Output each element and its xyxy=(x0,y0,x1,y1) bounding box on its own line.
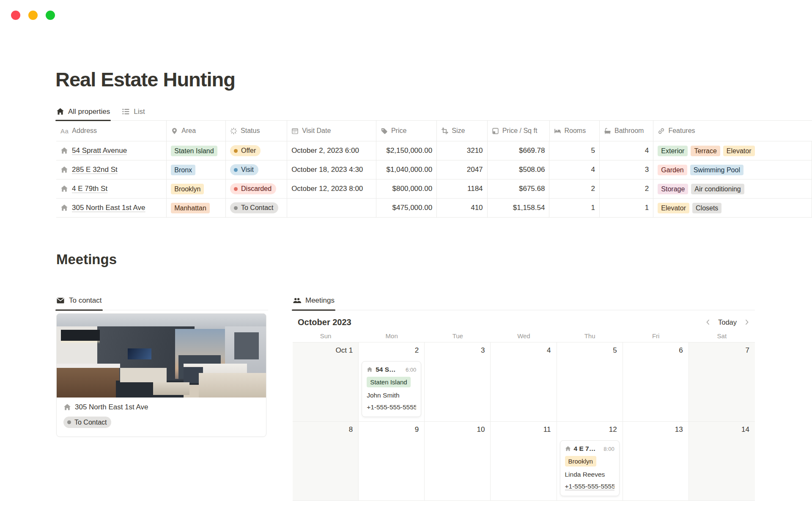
event-title: 54 S… xyxy=(376,366,395,373)
calendar-cell[interactable]: 7 xyxy=(689,342,755,421)
price-cell[interactable]: $2,150,000.00 xyxy=(376,141,437,160)
tab-all-properties[interactable]: All properties xyxy=(56,103,110,120)
calendar-cell[interactable]: 5 xyxy=(557,342,623,421)
meetings-tabbar: Meetings xyxy=(293,291,755,310)
table-row[interactable]: 4 E 79th St Brooklyn Discarded October 1… xyxy=(56,179,812,198)
visit-date-cell[interactable]: October 2, 2023 6:00 xyxy=(287,141,376,160)
rooms-cell[interactable]: 5 xyxy=(549,141,600,160)
calendar-nav: Today xyxy=(705,318,750,326)
calendar-cell[interactable]: 8 xyxy=(293,422,359,500)
column-header-visit-date[interactable]: Visit Date xyxy=(287,121,376,141)
calendar-event-card[interactable]: 4 E 7… 8:00 Brooklyn Linda Reeves +1-555… xyxy=(560,440,620,496)
traffic-light-zoom-button[interactable] xyxy=(46,11,55,20)
size-cell[interactable]: 410 xyxy=(437,199,487,217)
price-sqft-cell[interactable]: $508.06 xyxy=(488,160,550,179)
features-cell[interactable]: Elevator Closets xyxy=(653,199,812,217)
column-header-status[interactable]: Status xyxy=(226,121,287,141)
table-row[interactable]: 285 E 32nd St Bronx Visit October 18, 20… xyxy=(56,160,812,179)
price-cell[interactable]: $475,000.00 xyxy=(376,199,437,217)
calendar-cell[interactable]: 13 xyxy=(623,422,689,500)
bathtub-icon xyxy=(604,127,611,135)
column-header-features[interactable]: Features xyxy=(653,121,812,141)
status-cell[interactable]: Visit xyxy=(226,160,287,179)
column-header-area[interactable]: Area xyxy=(167,121,226,141)
status-cell[interactable]: To Contact xyxy=(226,199,287,217)
column-header-rooms[interactable]: Rooms xyxy=(550,121,600,141)
visit-date-cell[interactable]: October 18, 2023 4:30 xyxy=(287,160,376,179)
column-header-price-sqft[interactable]: Price / Sq ft xyxy=(488,121,550,141)
calendar-event-card[interactable]: 54 S… 6:00 Staten Island John Smith +1-5… xyxy=(362,361,421,417)
column-header-address[interactable]: AaAddress xyxy=(56,121,167,141)
address-link[interactable]: 54 Spratt Avenue xyxy=(72,146,127,155)
bathroom-cell[interactable]: 4 xyxy=(600,141,653,160)
contact-property-card[interactable]: 305 North East 1st Ave To Contact xyxy=(56,313,266,437)
window-controls xyxy=(11,11,55,20)
calendar-cell[interactable]: 4 xyxy=(491,342,557,421)
address-link[interactable]: 285 E 32nd St xyxy=(72,166,118,174)
price-cell[interactable]: $1,040,000.00 xyxy=(376,160,437,179)
calendar-cell[interactable]: 3 xyxy=(425,342,491,421)
features-cell[interactable]: Exterior Terrace Elevator xyxy=(653,141,812,160)
table-header-row: AaAddress Area Status Visit Date Price S… xyxy=(56,120,812,141)
column-header-bathroom[interactable]: Bathroom xyxy=(600,121,653,141)
calendar-cell[interactable]: 10 xyxy=(425,422,491,500)
column-header-size[interactable]: Size xyxy=(437,121,487,141)
address-cell[interactable]: 285 E 32nd St xyxy=(56,160,167,179)
event-phone[interactable]: +1-555-555-5555 xyxy=(565,483,614,490)
rooms-cell[interactable]: 4 xyxy=(549,160,600,179)
tab-to-contact[interactable]: To contact xyxy=(56,291,102,310)
price-sqft-cell[interactable]: $1,158.54 xyxy=(488,199,550,217)
visit-date-cell[interactable] xyxy=(287,199,376,217)
area-cell[interactable]: Manhattan xyxy=(167,199,226,217)
column-header-price[interactable]: Price xyxy=(376,121,437,141)
size-crop-icon xyxy=(441,127,448,135)
status-pill: To Contact xyxy=(230,202,278,213)
calendar-cell[interactable]: 2 54 S… 6:00 Staten Island John Smith +1… xyxy=(359,342,425,421)
bathroom-cell[interactable]: 1 xyxy=(600,199,653,217)
day-number: 6 xyxy=(679,346,683,355)
rooms-cell[interactable]: 1 xyxy=(549,199,600,217)
today-button[interactable]: Today xyxy=(718,318,737,326)
address-cell[interactable]: 4 E 79th St xyxy=(56,179,167,198)
bathroom-cell[interactable]: 3 xyxy=(600,160,653,179)
rooms-cell[interactable]: 2 xyxy=(549,179,600,198)
status-cell[interactable]: Offer xyxy=(226,141,287,160)
calendar-cell[interactable]: 14 xyxy=(689,422,755,500)
area-cell[interactable]: Brooklyn xyxy=(167,179,226,198)
area-cell[interactable]: Staten Island xyxy=(167,141,226,160)
price-sqft-cell[interactable]: $669.78 xyxy=(488,141,550,160)
calendar-cell[interactable]: 9 xyxy=(359,422,425,500)
status-cell[interactable]: Discarded xyxy=(226,179,287,198)
size-cell[interactable]: 2047 xyxy=(437,160,487,179)
traffic-light-minimize-button[interactable] xyxy=(28,11,38,20)
tab-meetings[interactable]: Meetings xyxy=(293,291,335,310)
calendar-cell[interactable]: Oct 1 xyxy=(293,342,359,421)
address-cell[interactable]: 54 Spratt Avenue xyxy=(56,141,167,160)
table-row[interactable]: 54 Spratt Avenue Staten Island Offer Oct… xyxy=(56,141,812,160)
price-sqft-cell[interactable]: $675.68 xyxy=(488,179,550,198)
area-cell[interactable]: Bronx xyxy=(167,160,226,179)
address-link[interactable]: 305 North East 1st Ave xyxy=(72,204,145,212)
size-cell[interactable]: 1184 xyxy=(437,179,487,198)
features-cell[interactable]: Garden Swimming Pool xyxy=(653,160,812,179)
calendar-cell[interactable]: 6 xyxy=(623,342,689,421)
feature-tag: Garden xyxy=(658,165,687,175)
tab-list[interactable]: List xyxy=(122,103,145,120)
visit-date-cell[interactable]: October 12, 2023 8:00 xyxy=(287,179,376,198)
day-number: 5 xyxy=(613,346,617,355)
features-cell[interactable]: Storage Air conditioning xyxy=(653,179,812,198)
bathroom-cell[interactable]: 2 xyxy=(600,179,653,198)
prev-month-button[interactable] xyxy=(705,319,711,325)
event-phone[interactable]: +1-555-555-5555 xyxy=(367,403,416,411)
address-link[interactable]: 4 E 79th St xyxy=(72,185,107,193)
property-photo xyxy=(57,314,266,398)
address-cell[interactable]: 305 North East 1st Ave xyxy=(56,199,167,217)
home-icon xyxy=(60,147,68,155)
calendar-cell[interactable]: 11 xyxy=(491,422,557,500)
size-cell[interactable]: 3210 xyxy=(437,141,487,160)
calendar-cell[interactable]: 12 4 E 7… 8:00 Brooklyn Linda Reeves +1-… xyxy=(557,422,623,500)
traffic-light-close-button[interactable] xyxy=(11,11,20,20)
table-row[interactable]: 305 North East 1st Ave Manhattan To Cont… xyxy=(56,198,812,218)
price-cell[interactable]: $800,000.00 xyxy=(376,179,437,198)
next-month-button[interactable] xyxy=(744,319,750,325)
